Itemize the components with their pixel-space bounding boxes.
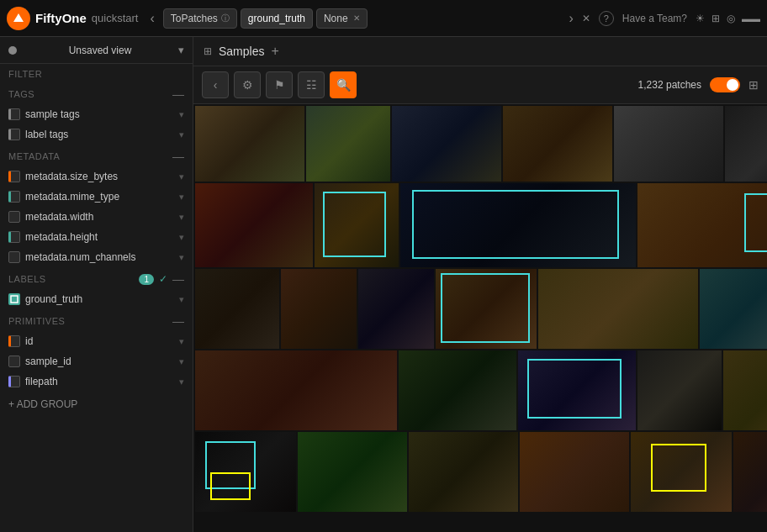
toolbar-right: 1,232 patches ⊞: [638, 77, 759, 92]
grid-item[interactable]: [195, 350, 397, 430]
tab-ground-truth[interactable]: ground_truth: [241, 8, 313, 29]
toggle-track[interactable]: [710, 77, 740, 92]
labels-collapse[interactable]: —: [172, 272, 184, 286]
grid-item[interactable]: [298, 432, 407, 512]
toolbar: ‹ ⚙ ⚑ ☷ 🔍 1,232 patches ⊞: [193, 66, 767, 104]
grid-item[interactable]: [733, 432, 767, 512]
grid-item[interactable]: [725, 106, 767, 182]
logo: FiftyOne quickstart: [7, 7, 138, 30]
label-tags-arrow: ▾: [179, 129, 184, 140]
sidebar-item-width[interactable]: metadata.width ▾: [0, 207, 193, 227]
primitives-section-header: PRIMITIVES —: [0, 309, 193, 331]
filepath-checkbox[interactable]: [8, 376, 20, 387]
github-icon[interactable]: ◎: [727, 13, 735, 24]
menu-icon[interactable]: ▬▬: [742, 13, 760, 24]
search-btn[interactable]: 🔍: [330, 71, 357, 98]
metadata-collapse[interactable]: —: [172, 150, 184, 163]
sample-tags-checkbox[interactable]: [8, 108, 20, 120]
grid-item[interactable]: [409, 432, 518, 512]
tab-nav-prev[interactable]: ‹: [146, 11, 157, 26]
view-toggle[interactable]: [710, 77, 740, 92]
toolbar-left: ‹ ⚙ ⚑ ☷ 🔍: [202, 71, 357, 98]
sample-tags-label: sample tags: [25, 108, 174, 120]
label-tags-checkbox[interactable]: [8, 129, 20, 140]
grid-item[interactable]: [358, 269, 434, 349]
back-btn[interactable]: ‹: [202, 71, 229, 98]
grid-item[interactable]: [518, 350, 636, 430]
primitives-title: PRIMITIVES: [8, 316, 65, 326]
sample-id-label: sample_id: [25, 356, 174, 367]
tab-topatches[interactable]: ToPatches ⓘ: [163, 8, 237, 29]
grid-item[interactable]: [637, 350, 722, 430]
samples-title: Samples: [219, 45, 264, 58]
primitives-collapse[interactable]: —: [172, 314, 184, 328]
tab-none-close[interactable]: ✕: [353, 13, 360, 23]
id-label: id: [25, 335, 174, 347]
id-checkbox[interactable]: [8, 335, 20, 347]
tab-none[interactable]: None ✕: [316, 8, 368, 29]
sun-icon[interactable]: ☀: [696, 13, 705, 24]
num-channels-checkbox[interactable]: [8, 251, 20, 263]
view-selector[interactable]: Unsaved view ▾: [0, 37, 193, 64]
filter-btn[interactable]: ☷: [298, 71, 325, 98]
add-sample-btn[interactable]: +: [271, 44, 278, 59]
size-bytes-checkbox[interactable]: [8, 171, 20, 182]
grid-item[interactable]: [392, 106, 501, 182]
size-bytes-arrow: ▾: [179, 171, 184, 182]
tags-section-header: TAGS —: [0, 82, 193, 104]
sidebar-item-mime-type[interactable]: metadata.mime_type ▾: [0, 187, 193, 207]
mime-type-checkbox[interactable]: [8, 191, 20, 203]
height-checkbox[interactable]: [8, 231, 20, 243]
sidebar-item-id[interactable]: id ▾: [0, 331, 193, 351]
grid-item[interactable]: [399, 350, 516, 430]
sidebar-item-label-tags[interactable]: label tags ▾: [0, 124, 193, 145]
grid-item[interactable]: [195, 432, 296, 512]
grid-item[interactable]: [400, 183, 636, 267]
sidebar-item-height[interactable]: metadata.height ▾: [0, 227, 193, 247]
sidebar-item-num-channels[interactable]: metadata.num_channels ▾: [0, 247, 193, 267]
grid-item[interactable]: [195, 269, 279, 349]
grid-item[interactable]: [503, 106, 612, 182]
tab-topatches-label: ToPatches: [171, 13, 218, 24]
help-icon[interactable]: ?: [599, 11, 614, 26]
close-icon[interactable]: ✕: [582, 13, 590, 24]
grid-item[interactable]: [315, 183, 399, 267]
tags-collapse[interactable]: —: [172, 87, 184, 101]
settings-btn[interactable]: ⚙: [234, 71, 261, 98]
toggle-thumb: [727, 79, 738, 91]
grid-item[interactable]: [723, 350, 767, 430]
metadata-section-header: METADATA —: [0, 145, 193, 166]
sidebar-item-size-bytes[interactable]: metadata.size_bytes ▾: [0, 166, 193, 187]
sidebar-item-sample-tags[interactable]: sample tags ▾: [0, 104, 193, 124]
tab-nav-next[interactable]: ›: [566, 11, 577, 26]
grid-item[interactable]: [520, 432, 629, 512]
view-dot: [8, 46, 17, 55]
grid-item[interactable]: [306, 106, 390, 182]
id-arrow: ▾: [179, 336, 184, 347]
tab-topatches-info[interactable]: ⓘ: [221, 13, 230, 24]
grid-item[interactable]: [436, 269, 537, 349]
grid-item[interactable]: [631, 432, 732, 512]
sidebar-item-sample-id[interactable]: sample_id ▾: [0, 351, 193, 371]
grid-row-5: [195, 432, 765, 512]
grid-item[interactable]: [637, 183, 767, 267]
metadata-title: METADATA: [8, 151, 60, 161]
grid-item[interactable]: [538, 269, 698, 349]
add-group-btn[interactable]: + ADD GROUP: [0, 392, 193, 417]
sidebar-item-filepath[interactable]: filepath ▾: [0, 371, 193, 392]
grid-item[interactable]: [195, 106, 304, 182]
tag-btn[interactable]: ⚑: [266, 71, 293, 98]
grid-icon[interactable]: ⊞: [711, 13, 720, 24]
grid-view-icon[interactable]: ⊞: [748, 78, 759, 92]
samples-grid-icon: ⊞: [204, 45, 212, 57]
sample-id-checkbox[interactable]: [8, 356, 20, 367]
grid-item[interactable]: [195, 183, 313, 267]
tab-bar: ToPatches ⓘ ground_truth None ✕: [163, 8, 561, 29]
width-checkbox[interactable]: [8, 211, 20, 223]
grid-item[interactable]: [281, 269, 357, 349]
app-subtitle: quickstart: [92, 12, 139, 24]
grid-item[interactable]: [614, 106, 723, 182]
grid-item[interactable]: [700, 269, 767, 349]
sidebar: Unsaved view ▾ FILTER TAGS — sample tags…: [0, 37, 193, 532]
sidebar-item-ground-truth[interactable]: ground_truth ▾: [0, 289, 193, 309]
